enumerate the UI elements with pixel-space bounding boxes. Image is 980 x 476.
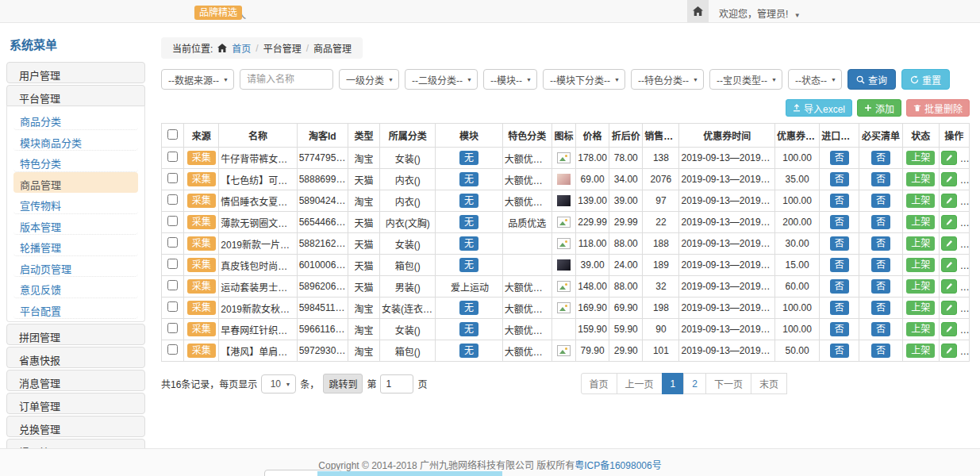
row-checkbox[interactable]	[167, 216, 178, 226]
must-buy-toggle[interactable]: 否	[871, 258, 890, 272]
edit-button[interactable]	[941, 236, 957, 251]
coupon-time: 2019-09-13—2019-09-18	[679, 169, 774, 190]
product-image-icon	[557, 217, 571, 228]
must-buy-toggle[interactable]: 否	[871, 236, 890, 251]
filter-select[interactable]: --宝贝类型--	[709, 69, 782, 90]
feature-category: 品质优选	[502, 212, 551, 233]
status-badge[interactable]: 上架	[906, 322, 935, 336]
status-badge[interactable]: 上架	[906, 344, 935, 358]
row-checkbox[interactable]	[167, 194, 178, 205]
must-buy-toggle[interactable]: 否	[871, 344, 890, 358]
edit-button[interactable]	[941, 301, 957, 315]
status-badge[interactable]: 上架	[906, 151, 935, 165]
data-source-select[interactable]: --数据来源--	[161, 69, 234, 90]
page-button[interactable]: 上一页	[617, 373, 663, 394]
filter-select[interactable]: --模块--	[483, 69, 537, 90]
sidebar-submenu-item[interactable]: 轮播管理	[13, 235, 138, 256]
must-buy-toggle[interactable]: 否	[871, 301, 890, 315]
import-select-toggle[interactable]: 否	[830, 301, 849, 315]
row-checkbox[interactable]	[167, 173, 178, 183]
must-buy-toggle[interactable]: 否	[871, 151, 890, 165]
sidebar-submenu-item[interactable]: 版本管理	[13, 214, 138, 236]
edit-button[interactable]	[941, 344, 957, 358]
sidebar-submenu-item[interactable]: 启动页管理	[13, 256, 138, 278]
edit-button[interactable]	[941, 322, 957, 336]
sidebar-section[interactable]: 订单管理	[6, 393, 145, 414]
import-select-toggle[interactable]: 否	[830, 258, 849, 272]
edit-button[interactable]	[941, 279, 957, 294]
search-button[interactable]: 查询	[847, 69, 896, 90]
reset-button[interactable]: 重置	[901, 69, 950, 90]
status-badge[interactable]: 上架	[906, 301, 935, 315]
page-button[interactable]: 末页	[751, 373, 787, 394]
page-button[interactable]: 1	[662, 373, 685, 394]
edit-button[interactable]	[941, 151, 957, 165]
batch-delete-button[interactable]: 批量删除	[906, 99, 970, 117]
trash-icon	[913, 104, 921, 112]
page-number-input[interactable]	[380, 374, 413, 393]
sidebar-submenu-item[interactable]: 宣传物料	[13, 193, 138, 214]
name-search-input[interactable]	[240, 69, 333, 90]
sidebar-submenu-item[interactable]: 模块商品分类	[13, 130, 138, 152]
must-buy-toggle[interactable]: 否	[871, 172, 890, 186]
edit-button[interactable]	[941, 215, 957, 229]
sidebar-section[interactable]: 拼团管理	[6, 324, 145, 345]
edit-button[interactable]	[941, 172, 957, 186]
import-select-toggle[interactable]: 否	[830, 344, 849, 358]
edit-button[interactable]	[941, 194, 957, 208]
must-buy-toggle[interactable]: 否	[871, 215, 890, 229]
filter-select[interactable]: --二级分类--	[405, 69, 478, 90]
status-badge[interactable]: 上架	[906, 258, 935, 272]
must-buy-toggle[interactable]: 否	[871, 279, 890, 294]
icp-link[interactable]: 粤ICP备16098006号	[575, 460, 661, 471]
filter-select[interactable]: --状态--	[788, 69, 842, 90]
user-menu[interactable]: 欢迎您，管理员! ▼	[719, 6, 801, 20]
status-badge[interactable]: 上架	[906, 236, 935, 251]
status-badge[interactable]: 上架	[906, 215, 935, 229]
status-badge[interactable]: 上架	[906, 279, 935, 294]
filter-select[interactable]: --模块下分类--	[543, 69, 625, 90]
row-checkbox[interactable]	[167, 259, 178, 269]
import-select-toggle[interactable]: 否	[830, 151, 849, 165]
sidebar-section-users[interactable]: 用户管理	[6, 62, 145, 83]
import-select-toggle[interactable]: 否	[830, 279, 849, 294]
page-button[interactable]: 2	[683, 373, 706, 394]
status-badge[interactable]: 上架	[906, 194, 935, 208]
sidebar-section[interactable]: 消息管理	[6, 370, 145, 391]
filter-select[interactable]: 一级分类	[339, 69, 399, 90]
sidebar-submenu-item[interactable]: 商品管理	[13, 172, 138, 194]
home-button[interactable]	[687, 0, 709, 22]
page-button[interactable]: 下一页	[705, 373, 751, 394]
row-checkbox[interactable]	[167, 301, 178, 312]
import-excel-button[interactable]: 导入excel	[786, 99, 852, 117]
row-checkbox[interactable]	[167, 323, 178, 333]
breadcrumb-home-link[interactable]: 首页	[232, 41, 251, 55]
sidebar-submenu-item[interactable]: 商品分类	[13, 109, 138, 130]
import-select-toggle[interactable]: 否	[830, 236, 849, 251]
row-checkbox[interactable]	[167, 280, 178, 290]
sidebar-submenu-item[interactable]: 意见反馈	[13, 277, 138, 298]
import-select-toggle[interactable]: 否	[830, 322, 849, 336]
sidebar-submenu-item[interactable]: 特色分类	[13, 151, 138, 172]
must-buy-toggle[interactable]: 否	[871, 322, 890, 336]
row-checkbox[interactable]	[167, 237, 178, 248]
edit-button[interactable]	[941, 258, 957, 272]
row-checkbox[interactable]	[167, 152, 178, 162]
per-page-select[interactable]: 10	[261, 374, 296, 393]
import-select-toggle[interactable]: 否	[830, 172, 849, 186]
must-buy-toggle[interactable]: 否	[871, 194, 890, 208]
add-button[interactable]: 添加	[857, 99, 901, 117]
sidebar-section-platform[interactable]: 平台管理	[6, 85, 145, 106]
select-all-checkbox[interactable]	[167, 129, 178, 140]
sidebar-section[interactable]: 省惠快报	[6, 347, 145, 368]
sidebar-section[interactable]: 兑换管理	[6, 416, 145, 437]
sidebar-submenu-item[interactable]: 平台配置	[13, 298, 138, 320]
import-select-toggle[interactable]: 否	[830, 215, 849, 229]
row-checkbox[interactable]	[167, 344, 178, 355]
jump-button[interactable]: 跳转到	[323, 374, 363, 393]
filter-select[interactable]: --特色分类--	[631, 69, 704, 90]
import-select-toggle[interactable]: 否	[830, 194, 849, 208]
taoke-id: 588869917501	[297, 169, 348, 190]
status-badge[interactable]: 上架	[906, 172, 935, 186]
page-button[interactable]: 首页	[581, 373, 617, 394]
